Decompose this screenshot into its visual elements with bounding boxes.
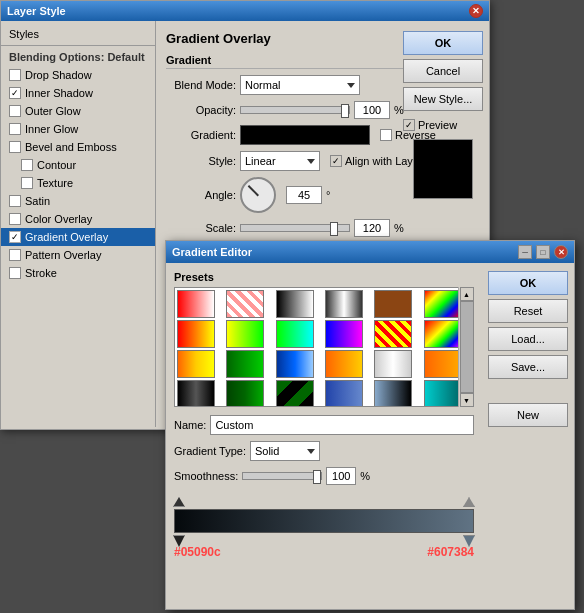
sidebar-item-texture[interactable]: Texture <box>1 174 155 192</box>
blend-mode-dropdown[interactable]: Normal <box>240 75 360 95</box>
satin-checkbox[interactable] <box>9 195 21 207</box>
gradient-overlay-checkbox[interactable]: ✓ <box>9 231 21 243</box>
sidebar-item-stroke[interactable]: Stroke <box>1 264 155 282</box>
ok-button[interactable]: OK <box>403 31 483 55</box>
layer-style-title: Layer Style <box>7 5 66 17</box>
color-overlay-checkbox[interactable] <box>9 213 21 225</box>
preset-swatch-9[interactable] <box>276 320 314 348</box>
name-input[interactable] <box>210 415 474 435</box>
opacity-slider[interactable] <box>240 106 350 114</box>
opacity-stop-right-icon[interactable] <box>463 497 475 507</box>
titlebar-controls: ─ □ ✕ <box>518 245 568 259</box>
contour-checkbox[interactable] <box>21 159 33 171</box>
preset-swatch-1[interactable] <box>177 290 215 318</box>
sidebar-item-blending[interactable]: Blending Options: Default <box>1 48 155 66</box>
sidebar-item-gradient-overlay[interactable]: ✓ Gradient Overlay <box>1 228 155 246</box>
opacity-label: Opacity: <box>166 104 236 116</box>
maximize-icon[interactable]: □ <box>536 245 550 259</box>
inner-shadow-checkbox[interactable]: ✓ <box>9 87 21 99</box>
sidebar-item-inner-shadow[interactable]: ✓ Inner Shadow <box>1 84 155 102</box>
smoothness-unit: % <box>360 470 370 482</box>
sidebar-item-styles[interactable]: Styles <box>1 25 155 43</box>
preset-swatch-5[interactable] <box>374 290 412 318</box>
cancel-button[interactable]: Cancel <box>403 59 483 83</box>
ge-new-button[interactable]: New <box>488 403 568 427</box>
texture-checkbox[interactable] <box>21 177 33 189</box>
preset-swatch-13[interactable] <box>177 350 215 378</box>
sidebar-item-outer-glow[interactable]: Outer Glow <box>1 102 155 120</box>
presets-grid <box>177 290 471 407</box>
color-stop-right-icon[interactable] <box>463 535 475 547</box>
sidebar-item-drop-shadow[interactable]: Drop Shadow <box>1 66 155 84</box>
preset-swatch-3[interactable] <box>276 290 314 318</box>
scroll-down-icon[interactable]: ▼ <box>460 393 474 407</box>
ge-save-button[interactable]: Save... <box>488 355 568 379</box>
preset-swatch-20[interactable] <box>226 380 264 407</box>
preset-swatch-12[interactable] <box>424 320 462 348</box>
angle-dial[interactable] <box>240 177 276 213</box>
preset-swatch-18[interactable] <box>424 350 462 378</box>
scale-input[interactable] <box>354 219 390 237</box>
drop-shadow-checkbox[interactable] <box>9 69 21 81</box>
color-stop-left-icon[interactable] <box>173 535 185 547</box>
scroll-thumb[interactable] <box>460 301 474 393</box>
sidebar-item-contour[interactable]: Contour <box>1 156 155 174</box>
gradient-preview[interactable] <box>240 125 370 145</box>
close-icon[interactable]: ✕ <box>554 245 568 259</box>
style-value: Linear <box>245 155 276 167</box>
pattern-overlay-checkbox[interactable] <box>9 249 21 261</box>
preset-swatch-10[interactable] <box>325 320 363 348</box>
gradient-editor-main: Presets <box>166 263 482 609</box>
new-style-button[interactable]: New Style... <box>403 87 483 111</box>
smoothness-thumb[interactable] <box>313 470 321 484</box>
sidebar-item-color-overlay[interactable]: Color Overlay <box>1 210 155 228</box>
scale-thumb[interactable] <box>330 222 338 236</box>
preset-swatch-19[interactable] <box>177 380 215 407</box>
contour-label: Contour <box>37 159 76 171</box>
ge-load-button[interactable]: Load... <box>488 327 568 351</box>
preset-swatch-15[interactable] <box>276 350 314 378</box>
sidebar-item-pattern-overlay[interactable]: Pattern Overlay <box>1 246 155 264</box>
ge-reset-button[interactable]: Reset <box>488 299 568 323</box>
gradient-editor-title: Gradient Editor <box>172 246 252 258</box>
preview-checkbox[interactable]: ✓ <box>403 119 415 131</box>
inner-glow-checkbox[interactable] <box>9 123 21 135</box>
angle-input[interactable] <box>286 186 322 204</box>
stroke-checkbox[interactable] <box>9 267 21 279</box>
preset-swatch-14[interactable] <box>226 350 264 378</box>
outer-glow-checkbox[interactable] <box>9 105 21 117</box>
preset-swatch-21[interactable] <box>276 380 314 407</box>
smoothness-input[interactable] <box>326 467 356 485</box>
preset-swatch-4[interactable] <box>325 290 363 318</box>
reverse-checkbox[interactable] <box>380 129 392 141</box>
ge-ok-button[interactable]: OK <box>488 271 568 295</box>
preset-swatch-11[interactable] <box>374 320 412 348</box>
minimize-icon[interactable]: ─ <box>518 245 532 259</box>
sidebar-item-satin[interactable]: Satin <box>1 192 155 210</box>
bevel-emboss-label: Bevel and Emboss <box>25 141 117 153</box>
opacity-thumb[interactable] <box>341 104 349 118</box>
opacity-stop-left-icon[interactable] <box>173 497 185 507</box>
sidebar-item-inner-glow[interactable]: Inner Glow <box>1 120 155 138</box>
preset-swatch-17[interactable] <box>374 350 412 378</box>
opacity-input[interactable] <box>354 101 390 119</box>
scroll-up-icon[interactable]: ▲ <box>460 287 474 301</box>
preset-swatch-6[interactable] <box>424 290 462 318</box>
sidebar-item-bevel-emboss[interactable]: Bevel and Emboss <box>1 138 155 156</box>
bevel-emboss-checkbox[interactable] <box>9 141 21 153</box>
preset-swatch-7[interactable] <box>177 320 215 348</box>
close-icon[interactable]: ✕ <box>469 4 483 18</box>
align-layer-checkbox[interactable]: ✓ <box>330 155 342 167</box>
preset-swatch-24[interactable] <box>424 380 462 407</box>
presets-container <box>174 287 474 407</box>
preset-swatch-16[interactable] <box>325 350 363 378</box>
preset-swatch-22[interactable] <box>325 380 363 407</box>
smoothness-slider[interactable] <box>242 472 322 480</box>
gradient-type-dropdown[interactable]: Solid <box>250 441 320 461</box>
scale-slider[interactable] <box>240 224 350 232</box>
preset-swatch-2[interactable] <box>226 290 264 318</box>
style-dropdown[interactable]: Linear <box>240 151 320 171</box>
preset-swatch-23[interactable] <box>374 380 412 407</box>
preset-swatch-8[interactable] <box>226 320 264 348</box>
gradient-bar[interactable] <box>174 509 474 533</box>
